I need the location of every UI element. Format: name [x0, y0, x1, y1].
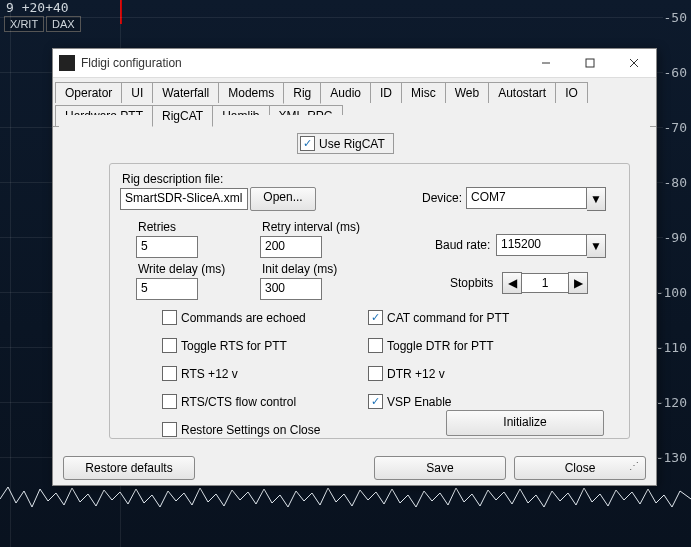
option-label: Commands are echoed [181, 311, 306, 325]
baud-dropdown[interactable]: 115200 ▼ [496, 234, 606, 258]
device-dropdown[interactable]: COM7 ▼ [466, 187, 606, 211]
option-label: CAT command for PTT [387, 311, 509, 325]
checkbox-icon [368, 310, 383, 325]
open-button[interactable]: Open... [250, 187, 316, 211]
stopbits-value: 1 [521, 273, 569, 293]
config-window: Fldigi configuration OperatorUIWaterfall… [52, 48, 657, 486]
restore-defaults-button[interactable]: Restore defaults [63, 456, 195, 480]
checkbox-icon [162, 366, 177, 381]
rigcat-group: Rig description file: SmartSDR-SliceA.xm… [109, 163, 630, 439]
db-label: -60 [664, 65, 687, 80]
option-commands-are-echoed[interactable]: Commands are echoed [162, 310, 306, 325]
db-label: -80 [664, 175, 687, 190]
checkbox-icon [368, 338, 383, 353]
init-delay-label: Init delay (ms) [262, 262, 337, 276]
tab-autostart[interactable]: Autostart [488, 82, 556, 103]
svg-rect-1 [586, 59, 594, 67]
retries-field[interactable]: 5 [136, 236, 198, 258]
stopbits-spinner[interactable]: ◀ 1 ▶ [502, 272, 588, 294]
window-title: Fldigi configuration [81, 56, 524, 70]
checkbox-icon [300, 136, 315, 151]
spin-left-icon[interactable]: ◀ [502, 272, 522, 294]
initialize-button[interactable]: Initialize [446, 410, 604, 436]
write-delay-field[interactable]: 5 [136, 278, 198, 300]
minimize-button[interactable] [524, 49, 568, 77]
tab-audio[interactable]: Audio [320, 82, 371, 103]
spin-right-icon[interactable]: ▶ [568, 272, 588, 294]
tab-io[interactable]: IO [555, 82, 588, 103]
option-toggle-rts-for-ptt[interactable]: Toggle RTS for PTT [162, 338, 287, 353]
bottom-bar: Restore defaults Save Close ⋰ [53, 451, 656, 485]
tab-misc[interactable]: Misc [401, 82, 446, 103]
tab-operator[interactable]: Operator [55, 82, 122, 103]
baud-label: Baud rate: [435, 238, 490, 252]
db-label: -70 [664, 120, 687, 135]
save-button[interactable]: Save [374, 456, 506, 480]
checkbox-icon [368, 366, 383, 381]
tab-ui[interactable]: UI [121, 82, 153, 103]
chevron-down-icon: ▼ [587, 187, 606, 211]
tab-row-main: OperatorUIWaterfallModemsRigAudioIDMiscW… [53, 78, 656, 103]
tab-rig[interactable]: Rig [283, 82, 321, 104]
db-label: -90 [664, 230, 687, 245]
tab-web[interactable]: Web [445, 82, 489, 103]
retries-label: Retries [138, 220, 176, 234]
checkbox-icon [162, 310, 177, 325]
chevron-down-icon: ▼ [587, 234, 606, 258]
checkbox-icon [368, 394, 383, 409]
option-label: Restore Settings on Close [181, 423, 320, 437]
option-label: VSP Enable [387, 395, 452, 409]
option-label: RTS/CTS flow control [181, 395, 296, 409]
tab-id[interactable]: ID [370, 82, 402, 103]
option-label: Toggle RTS for PTT [181, 339, 287, 353]
option-cat-command-for-ptt[interactable]: CAT command for PTT [368, 310, 509, 325]
tab-rigcat[interactable]: RigCAT [152, 105, 213, 127]
write-delay-label: Write delay (ms) [138, 262, 225, 276]
baud-value: 115200 [496, 234, 587, 256]
tab-modems[interactable]: Modems [218, 82, 284, 103]
checkbox-icon [162, 422, 177, 437]
tab-waterfall[interactable]: Waterfall [152, 82, 219, 103]
stopbits-label: Stopbits [450, 276, 493, 290]
checkbox-icon [162, 394, 177, 409]
titlebar: Fldigi configuration [53, 49, 656, 78]
rig-file-label: Rig description file: [122, 172, 223, 186]
use-rigcat-label: Use RigCAT [319, 137, 385, 151]
close-button[interactable] [612, 49, 656, 77]
option-rts-12-v[interactable]: RTS +12 v [162, 366, 238, 381]
resize-grip-icon: ⋰ [629, 460, 639, 471]
top-scale-text: 9 +20+40 [6, 0, 69, 15]
close-config-button[interactable]: Close ⋰ [514, 456, 646, 480]
dax-button[interactable]: DAX [46, 16, 81, 32]
init-delay-field[interactable]: 300 [260, 278, 322, 300]
checkbox-icon [162, 338, 177, 353]
db-label: -50 [664, 10, 687, 25]
option-dtr-12-v[interactable]: DTR +12 v [368, 366, 445, 381]
option-vsp-enable[interactable]: VSP Enable [368, 394, 452, 409]
retry-interval-label: Retry interval (ms) [262, 220, 360, 234]
app-icon [59, 55, 75, 71]
maximize-button[interactable] [568, 49, 612, 77]
device-label: Device: [422, 191, 462, 205]
option-label: DTR +12 v [387, 367, 445, 381]
use-rigcat-option[interactable]: Use RigCAT [297, 133, 394, 154]
device-value: COM7 [466, 187, 587, 209]
option-rts-cts-flow-control[interactable]: RTS/CTS flow control [162, 394, 296, 409]
option-label: Toggle DTR for PTT [387, 339, 494, 353]
rig-file-field[interactable]: SmartSDR-SliceA.xml [120, 188, 248, 210]
option-restore-settings-on-close[interactable]: Restore Settings on Close [162, 422, 320, 437]
rigcat-pane: Use RigCAT Rig description file: SmartSD… [59, 115, 650, 449]
retry-interval-field[interactable]: 200 [260, 236, 322, 258]
option-label: RTS +12 v [181, 367, 238, 381]
option-toggle-dtr-for-ptt[interactable]: Toggle DTR for PTT [368, 338, 494, 353]
